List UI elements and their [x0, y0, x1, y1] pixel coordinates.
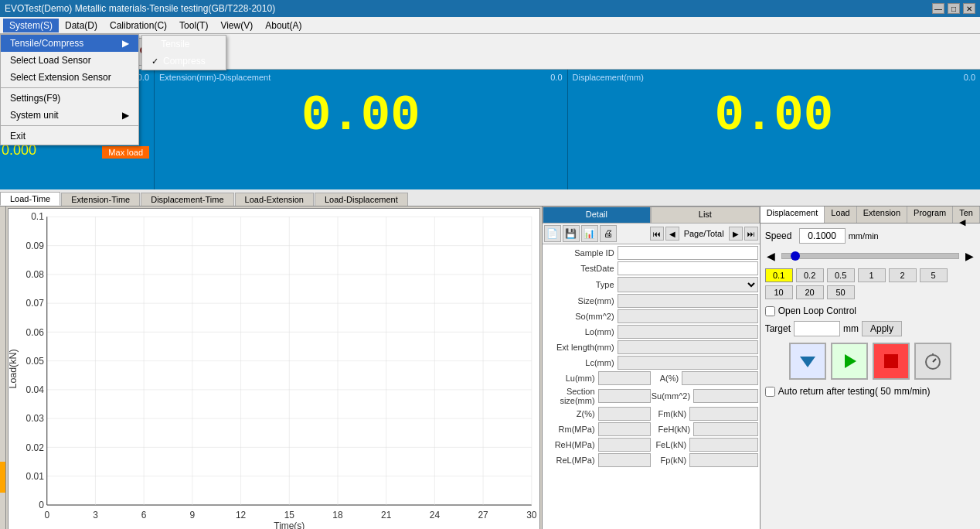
displacement-panel: Displacement(mm) 0.0 0.00	[568, 70, 981, 189]
preset-2[interactable]: 2	[889, 268, 917, 282]
rel-input[interactable]	[598, 453, 652, 467]
z-input[interactable]	[598, 407, 652, 421]
tab-load-right[interactable]: Load	[825, 206, 856, 223]
compress-item[interactable]: ✓ Compress	[142, 53, 226, 70]
svg-text:0.09: 0.09	[26, 241, 43, 251]
z-label: Z(%)	[544, 409, 598, 418]
svg-line-61	[933, 359, 936, 362]
speed-input[interactable]	[799, 228, 846, 244]
tab-displacement-right[interactable]: Displacement	[761, 206, 825, 223]
exit-item[interactable]: Exit	[1, 128, 138, 145]
preset-5[interactable]: 5	[920, 268, 948, 282]
tab-load-time[interactable]: Load-Time	[0, 192, 60, 206]
feh-input[interactable]	[693, 422, 758, 436]
section-input[interactable]	[598, 389, 652, 403]
apply-button[interactable]: Apply	[862, 321, 902, 336]
preset-0.1[interactable]: 0.1	[765, 268, 793, 282]
su-label: Su(mm^2)	[651, 391, 693, 401]
type-row: Type	[544, 277, 758, 292]
tensile-label: Tensile	[161, 39, 189, 49]
tab-load-displacement[interactable]: Load-Displacement	[315, 193, 408, 206]
detail-grid: Sample ID TestDate Type Size(mm) So(mm^2…	[543, 244, 760, 529]
target-input[interactable]	[794, 321, 840, 336]
svg-text:12: 12	[236, 509, 246, 520]
last-page-button[interactable]: ⏭	[744, 227, 758, 241]
rel-fp-row: ReL(MPa) Fp(kN)	[544, 453, 758, 467]
preset-50[interactable]: 50	[827, 285, 855, 299]
preset-20[interactable]: 20	[796, 285, 824, 299]
tensile-submenu: Tensile ✓ Compress	[141, 35, 226, 70]
chart-panel: 0.1 0.09 0.08 0.07 0.06 0.05 0.04 0.03 0…	[6, 206, 542, 529]
auto-return-checkbox[interactable]	[765, 387, 775, 397]
tab-extension-time[interactable]: Extension-Time	[61, 193, 140, 206]
fp-input[interactable]	[689, 453, 758, 467]
next-page-button[interactable]: ▶	[729, 227, 743, 241]
down-control-button[interactable]	[789, 343, 826, 380]
submenu-arrow: ▶	[122, 38, 129, 49]
play-button[interactable]	[831, 343, 868, 380]
tab-ten-right[interactable]: Ten ◀	[953, 206, 980, 223]
timer-button[interactable]	[914, 343, 951, 380]
preset-1[interactable]: 1	[858, 268, 886, 282]
a-input[interactable]	[682, 371, 758, 385]
lu-label: Lu(mm)	[544, 374, 598, 383]
close-button[interactable]: ✕	[963, 3, 975, 14]
rm-input[interactable]	[598, 422, 652, 436]
maximize-button[interactable]: □	[948, 3, 960, 14]
lo-input[interactable]	[618, 325, 758, 339]
svg-text:0.08: 0.08	[26, 269, 43, 280]
preset-10[interactable]: 10	[765, 285, 793, 299]
reh-input[interactable]	[598, 438, 652, 452]
slider-left-arrow[interactable]: ◀	[765, 250, 777, 262]
size-input[interactable]	[618, 294, 758, 308]
lu-a-row: Lu(mm) A(%)	[544, 371, 758, 385]
menu-data[interactable]: Data(D)	[59, 19, 104, 32]
so-input[interactable]	[618, 309, 758, 323]
menu-calibration[interactable]: Calibration(C)	[104, 19, 173, 32]
type-select[interactable]	[618, 277, 758, 292]
sample-id-input[interactable]	[618, 246, 758, 260]
fel-input[interactable]	[689, 438, 758, 452]
menu-about[interactable]: About(A)	[259, 19, 308, 32]
settings-item[interactable]: Settings(F9)	[1, 90, 138, 107]
save-doc-button[interactable]: 💾	[563, 225, 580, 242]
tab-list[interactable]: List	[651, 206, 760, 224]
fm-input[interactable]	[689, 407, 758, 421]
chart-doc-button[interactable]: 📊	[581, 225, 598, 242]
menu-system[interactable]: System(S)	[3, 19, 59, 32]
tensile-compress-item[interactable]: Tensile/Compress ▶ Tensile ✓ Compress	[1, 35, 138, 52]
select-load-label: Select Load Sensor	[10, 55, 91, 66]
tensile-item[interactable]: Tensile	[142, 36, 226, 53]
minimize-button[interactable]: —	[932, 3, 944, 14]
preset-0.2[interactable]: 0.2	[796, 268, 824, 282]
su-input[interactable]	[693, 389, 758, 403]
tab-detail[interactable]: Detail	[543, 206, 652, 224]
ext-length-input[interactable]	[618, 340, 758, 354]
max-load-button[interactable]: Max load	[102, 146, 149, 159]
print-doc-button[interactable]: 🖨	[600, 225, 617, 242]
auto-return-unit: mm/min)	[894, 386, 931, 397]
new-doc-button[interactable]: 📄	[544, 225, 561, 242]
prev-page-button[interactable]: ◀	[665, 227, 679, 241]
tab-extension-right[interactable]: Extension	[857, 206, 907, 223]
displacement-header-val: 0.0	[961, 71, 978, 84]
speed-slider[interactable]	[781, 253, 959, 259]
open-loop-checkbox[interactable]	[765, 306, 775, 316]
tab-program-right[interactable]: Program	[907, 206, 953, 223]
select-extension-sensor-item[interactable]: Select Extension Sensor	[1, 69, 138, 86]
slider-right-arrow[interactable]: ▶	[964, 250, 975, 262]
menu-tool[interactable]: Tool(T)	[173, 19, 214, 32]
system-unit-item[interactable]: System unit ▶	[1, 107, 138, 124]
tab-load-extension[interactable]: Load-Extension	[235, 193, 314, 206]
test-date-input[interactable]	[618, 261, 758, 275]
lu-input[interactable]	[598, 371, 652, 385]
first-page-button[interactable]: ⏮	[650, 227, 664, 241]
tab-displacement-time[interactable]: Displacement-Time	[141, 193, 233, 206]
preset-0.5[interactable]: 0.5	[827, 268, 855, 282]
svg-marker-56	[800, 357, 815, 367]
menu-view[interactable]: View(V)	[214, 19, 259, 32]
chart-tabs: Load-Time Extension-Time Displacement-Ti…	[0, 189, 980, 206]
select-load-sensor-item[interactable]: Select Load Sensor	[1, 52, 138, 69]
lc-input[interactable]	[618, 356, 758, 370]
stop-button[interactable]	[873, 343, 910, 380]
